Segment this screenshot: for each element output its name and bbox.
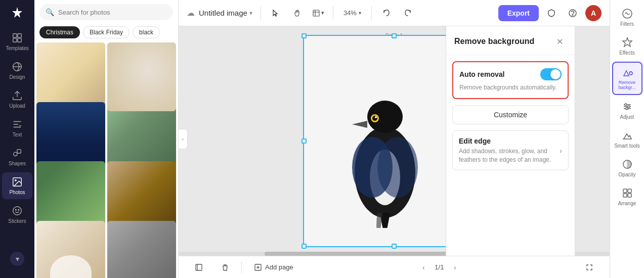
auto-removal-toggle[interactable] bbox=[540, 68, 562, 80]
sidebar-item-design[interactable]: Design bbox=[2, 57, 32, 84]
svg-point-13 bbox=[18, 209, 19, 210]
svg-point-46 bbox=[628, 106, 630, 108]
tag-black[interactable]: black bbox=[133, 26, 160, 38]
customize-btn[interactable]: Customize bbox=[452, 105, 569, 124]
edit-edge-arrow-icon: › bbox=[560, 147, 562, 155]
hand-tool-btn[interactable] bbox=[288, 5, 306, 22]
toolbar-divider-1 bbox=[261, 6, 261, 20]
svg-point-45 bbox=[625, 104, 627, 106]
delete-btn[interactable] bbox=[215, 260, 235, 274]
redo-btn[interactable] bbox=[399, 5, 416, 22]
fullscreen-btn[interactable] bbox=[579, 260, 599, 274]
auto-removal-desc: Remove backgrounds automatically. bbox=[459, 83, 562, 92]
sidebar-item-text[interactable]: T Text bbox=[2, 115, 32, 142]
panel-close-btn[interactable]: ✕ bbox=[552, 34, 567, 49]
sidebar-item-stickers-label: Stickers bbox=[8, 218, 26, 224]
undo-btn[interactable] bbox=[378, 5, 395, 22]
zoom-control[interactable]: 34% ▾ bbox=[339, 7, 365, 19]
right-sidebar-item-effects[interactable]: Effects bbox=[612, 33, 642, 60]
right-sidebar-item-opacity[interactable]: Opacity bbox=[612, 155, 642, 181]
svg-rect-49 bbox=[623, 189, 627, 193]
pointer-tool-btn[interactable] bbox=[267, 5, 284, 22]
sidebar-item-shapes-label: Shapes bbox=[9, 161, 26, 166]
toolbar-right: Export A bbox=[498, 5, 602, 22]
sidebar-item-upload-label: Upload bbox=[9, 103, 25, 109]
page-prev-btn[interactable]: ‹ bbox=[416, 260, 431, 274]
edit-edge-content: Edit edge Add shadows, strokes, glow, an… bbox=[459, 137, 560, 164]
svg-point-18 bbox=[572, 14, 573, 15]
sidebar-item-templates[interactable]: Templates bbox=[2, 28, 32, 55]
edit-edge-title: Edit edge bbox=[459, 137, 560, 145]
toolbar-divider-2 bbox=[333, 6, 333, 20]
svg-point-41 bbox=[629, 72, 632, 75]
right-sidebar-item-adjust[interactable]: Adjust bbox=[612, 97, 642, 124]
handle-bottom-center[interactable] bbox=[392, 244, 397, 249]
left-sidebar: Templates Design Upload T Text Shap bbox=[0, 0, 34, 278]
opacity-label: Opacity bbox=[619, 172, 636, 177]
edit-edge-desc: Add shadows, strokes, glow, and feathers… bbox=[459, 147, 560, 164]
svg-rect-0 bbox=[13, 34, 17, 37]
chevron-down-icon[interactable]: ▾ bbox=[249, 10, 252, 17]
page-next-btn[interactable]: › bbox=[448, 260, 462, 274]
bird-image bbox=[324, 46, 446, 228]
svg-rect-51 bbox=[623, 194, 627, 197]
handle-bottom-left[interactable] bbox=[302, 244, 307, 249]
add-page-label: Add page bbox=[265, 263, 293, 271]
tag-black-friday[interactable]: Black Friday bbox=[83, 26, 130, 38]
right-sidebar-item-remove-bg[interactable]: Remove backgr... bbox=[612, 62, 642, 95]
effects-label: Effects bbox=[619, 50, 634, 56]
frame-tool-btn[interactable]: ▾ bbox=[310, 5, 327, 22]
handle-top-center[interactable] bbox=[392, 33, 397, 38]
sidebar-item-text-label: Text bbox=[13, 132, 22, 137]
search-input[interactable] bbox=[58, 9, 167, 16]
doc-title-text: Untitled image bbox=[199, 9, 247, 17]
svg-point-10 bbox=[15, 179, 16, 181]
remove-bg-label: Remove backgr... bbox=[615, 80, 639, 90]
add-page-btn[interactable]: Add page bbox=[248, 260, 299, 274]
help-icon-btn[interactable] bbox=[564, 5, 581, 22]
app-logo bbox=[8, 4, 26, 22]
search-icon: 🔍 bbox=[46, 8, 54, 16]
user-avatar[interactable]: A bbox=[585, 5, 602, 21]
right-sidebar-item-filters[interactable]: Filters bbox=[612, 4, 642, 31]
adjust-label: Adjust bbox=[620, 114, 634, 120]
auto-removal-title: Auto removal bbox=[459, 70, 504, 78]
svg-point-12 bbox=[15, 209, 16, 210]
photo-item[interactable] bbox=[36, 42, 105, 111]
sidebar-collapse-btn[interactable]: ▾ bbox=[10, 252, 24, 266]
svg-rect-33 bbox=[196, 264, 202, 270]
right-sidebar-item-smart-tools[interactable]: Smart tools bbox=[612, 126, 642, 153]
canvas-icon-btn[interactable] bbox=[189, 260, 209, 274]
panel-collapse-btn[interactable]: ‹ bbox=[179, 129, 188, 149]
sidebar-item-stickers[interactable]: Stickers bbox=[2, 201, 32, 228]
zoom-value: 34% bbox=[344, 9, 357, 17]
panel-header: Remove background ✕ bbox=[446, 26, 575, 55]
toolbar-logo-area: ☁ Untitled image ▾ bbox=[187, 8, 252, 18]
photo-item[interactable] bbox=[36, 161, 105, 230]
right-sidebar-item-arrange[interactable]: Arrange bbox=[612, 183, 642, 210]
smart-tools-label: Smart tools bbox=[614, 143, 640, 149]
svg-point-27 bbox=[377, 137, 418, 198]
edit-edge-section[interactable]: Edit edge Add shadows, strokes, glow, an… bbox=[452, 130, 569, 171]
tags-row: Christmas Black Friday black bbox=[34, 24, 178, 42]
photo-item[interactable] bbox=[107, 42, 176, 111]
photo-item[interactable] bbox=[107, 161, 176, 230]
main-area: ☁ Untitled image ▾ ▾ bbox=[179, 0, 610, 278]
sidebar-item-shapes[interactable]: Shapes bbox=[2, 144, 32, 170]
tag-christmas[interactable]: Christmas bbox=[39, 26, 80, 38]
sidebar-item-photos-label: Photos bbox=[9, 190, 25, 195]
photo-item[interactable] bbox=[107, 221, 176, 279]
cloud-save-icon: ☁ bbox=[187, 8, 195, 18]
sidebar-item-design-label: Design bbox=[9, 74, 25, 80]
shield-icon-btn[interactable] bbox=[543, 5, 560, 22]
zoom-chevron-icon: ▾ bbox=[359, 10, 361, 16]
svg-point-47 bbox=[626, 108, 628, 110]
export-btn[interactable]: Export bbox=[498, 5, 539, 21]
sidebar-item-upload[interactable]: Upload bbox=[2, 86, 32, 113]
handle-middle-left[interactable] bbox=[302, 138, 307, 144]
sidebar-item-photos[interactable]: Photos bbox=[2, 172, 32, 199]
photo-item[interactable] bbox=[36, 221, 105, 279]
handle-top-left[interactable] bbox=[302, 33, 307, 38]
svg-rect-14 bbox=[313, 10, 319, 16]
canvas-bottom-bar: Add page ‹ 1/1 › bbox=[179, 256, 610, 278]
